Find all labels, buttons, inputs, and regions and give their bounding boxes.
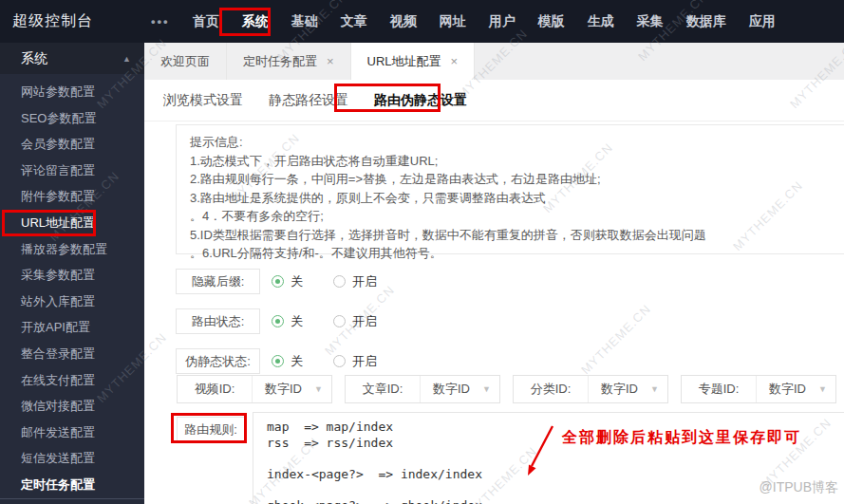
sidebar-item-url-config[interactable]: URL地址配置 xyxy=(0,210,144,236)
tab-cron-config[interactable]: 定时任务配置 × xyxy=(227,43,351,80)
info-line: 5.ID类型根据需要自行选择，选择拼音时，数据中不能有重复的拼音，否则获取数据会… xyxy=(190,226,844,245)
sidebar-item-player-params[interactable]: 播放器参数配置 xyxy=(0,236,144,263)
sidebar-item-wechat-config[interactable]: 微信对接配置 xyxy=(0,393,144,420)
sidebar-item-comment-config[interactable]: 评论留言配置 xyxy=(0,158,144,184)
radio-on[interactable]: 开启 xyxy=(333,273,377,290)
subtab-static-path[interactable]: 静态路径设置 xyxy=(269,92,348,109)
tab-url-label: URL地址配置 xyxy=(367,53,441,70)
sidebar-item-online-payment[interactable]: 在线支付配置 xyxy=(0,367,144,394)
radio-selected-icon xyxy=(272,355,284,367)
sidebar-item-sms-config[interactable]: 短信发送配置 xyxy=(0,445,144,472)
tab-bar-spacer xyxy=(475,43,844,80)
radio-on[interactable]: 开启 xyxy=(333,313,377,330)
select-topic-id[interactable]: 专题ID: 数字ID ▼ xyxy=(681,375,836,403)
tab-url-config[interactable]: URL地址配置 × xyxy=(351,43,476,80)
video-id-value[interactable]: 数字ID ▼ xyxy=(253,376,331,402)
route-rules-textarea[interactable]: map => map/index rss => rss/index index-… xyxy=(253,412,844,504)
select-category-id[interactable]: 分类ID: 数字ID ▼ xyxy=(513,375,668,403)
radio-selected-icon xyxy=(272,275,284,288)
subtab-route-rewrite[interactable]: 路由伪静态设置 xyxy=(374,92,467,109)
route-rules-label: 路由规则: xyxy=(177,417,245,442)
article-id-value[interactable]: 数字ID ▼ xyxy=(421,376,499,402)
sidebar-menu: 网站参数配置 SEO参数配置 会员参数配置 评论留言配置 附件参数配置 URL地… xyxy=(0,79,144,499)
caret-up-icon[interactable]: ▲ xyxy=(122,54,131,64)
topic-id-value[interactable]: 数字ID ▼ xyxy=(757,376,835,402)
info-line: 2.路由规则每行一条，中间用=>替换，左边是路由表达式，右边是路由地址; xyxy=(190,170,844,189)
sidebar: 系统 ▲ 网站参数配置 SEO参数配置 会员参数配置 评论留言配置 附件参数配置… xyxy=(0,43,144,504)
sidebar-item-seo-params[interactable]: SEO参数配置 xyxy=(0,105,144,132)
topic-id-label: 专题ID: xyxy=(682,376,757,402)
tab-welcome[interactable]: 欢迎页面 xyxy=(144,43,227,80)
radio-off-label: 关 xyxy=(291,273,303,290)
route-rules-field: 路由规则: xyxy=(177,417,245,442)
sidebar-item-site-params[interactable]: 网站参数配置 xyxy=(0,79,144,105)
radio-off[interactable]: 关 xyxy=(272,353,303,370)
top-menu-basic[interactable]: 基础 xyxy=(291,13,318,30)
radio-off[interactable]: 关 xyxy=(272,313,303,330)
radio-on-label: 开启 xyxy=(352,273,377,290)
field-hide-suffix: 隐藏后缀: 关 开启 xyxy=(176,269,377,294)
radio-unselected-icon xyxy=(333,355,346,367)
chevron-down-icon: ▼ xyxy=(818,384,827,394)
info-line: 。4．不要有多余的空行; xyxy=(190,207,844,226)
sidebar-item-cron-config[interactable]: 定时任务配置 xyxy=(0,472,144,499)
sidebar-item-member-params[interactable]: 会员参数配置 xyxy=(0,131,144,158)
close-icon[interactable]: × xyxy=(327,54,334,68)
top-menu-database[interactable]: 数据库 xyxy=(686,13,726,30)
radio-on-label: 开启 xyxy=(352,353,377,370)
top-menu-website[interactable]: 网址 xyxy=(440,13,466,30)
info-title: 提示信息: xyxy=(190,133,844,152)
main-area: 欢迎页面 定时任务配置 × URL地址配置 × 浏览模式设置 静态路径设置 路由… xyxy=(144,43,844,504)
select-article-id[interactable]: 文章ID: 数字ID ▼ xyxy=(345,375,500,403)
id-type-selects: 视频ID: 数字ID ▼ 文章ID: 数字ID ▼ 分类ID: 数字ID ▼ 专… xyxy=(177,375,836,403)
sidebar-item-external-storage[interactable]: 站外入库配置 xyxy=(0,289,144,315)
rewrite-status-label: 伪静态状态: xyxy=(176,348,260,374)
selected-option: 数字ID xyxy=(265,381,302,398)
top-menu-user[interactable]: 用户 xyxy=(489,13,516,30)
close-icon[interactable]: × xyxy=(451,54,459,68)
watermark-credit: @ITPUB博客 xyxy=(760,479,838,496)
route-status-label: 路由状态: xyxy=(176,308,260,334)
radio-unselected-icon xyxy=(333,275,346,288)
selected-option: 数字ID xyxy=(433,381,470,398)
top-menu: 首页 系统 基础 文章 视频 网址 用户 模版 生成 采集 数据库 应用 xyxy=(193,13,776,30)
top-menu-article[interactable]: 文章 xyxy=(341,13,367,30)
subtab-browse-mode[interactable]: 浏览模式设置 xyxy=(163,92,243,109)
category-id-label: 分类ID: xyxy=(514,376,589,402)
category-id-value[interactable]: 数字ID ▼ xyxy=(589,376,667,402)
radio-off-label: 关 xyxy=(291,313,303,330)
chevron-down-icon: ▼ xyxy=(650,384,659,394)
field-route-status: 路由状态: 关 开启 xyxy=(176,308,377,334)
subtab-bar: 浏览模式设置 静态路径设置 路由伪静态设置 xyxy=(144,80,844,121)
radio-on-label: 开启 xyxy=(352,313,377,330)
selected-option: 数字ID xyxy=(769,381,806,398)
top-menu-collect[interactable]: 采集 xyxy=(637,13,664,30)
sidebar-item-collect-params[interactable]: 采集参数配置 xyxy=(0,262,144,289)
sidebar-item-email-config[interactable]: 邮件发送配置 xyxy=(0,420,144,446)
field-rewrite-status: 伪静态状态: 关 开启 xyxy=(176,348,377,374)
sidebar-header-label: 系统 xyxy=(21,50,47,67)
top-menu-video[interactable]: 视频 xyxy=(390,13,417,30)
chevron-down-icon: ▼ xyxy=(314,384,323,394)
select-video-id[interactable]: 视频ID: 数字ID ▼ xyxy=(177,375,332,403)
article-id-label: 文章ID: xyxy=(346,376,421,402)
sidebar-item-attachment-params[interactable]: 附件参数配置 xyxy=(0,183,144,210)
radio-off[interactable]: 关 xyxy=(272,273,303,290)
top-menu-app[interactable]: 应用 xyxy=(749,13,776,30)
radio-unselected-icon xyxy=(333,315,346,327)
radio-on[interactable]: 开启 xyxy=(333,353,377,370)
sidebar-item-integrated-login[interactable]: 整合登录配置 xyxy=(0,341,144,367)
radio-selected-icon xyxy=(272,315,284,327)
top-menu-system[interactable]: 系统 xyxy=(242,13,269,30)
tab-bar: 欢迎页面 定时任务配置 × URL地址配置 × xyxy=(144,43,844,80)
more-menu-icon[interactable]: ••• xyxy=(151,14,170,28)
tab-cron-label: 定时任务配置 xyxy=(243,53,317,70)
sidebar-item-open-api[interactable]: 开放API配置 xyxy=(0,314,144,341)
top-menu-template[interactable]: 模版 xyxy=(538,13,565,30)
chevron-down-icon: ▼ xyxy=(482,384,491,394)
tab-welcome-label: 欢迎页面 xyxy=(160,53,210,70)
top-menu-home[interactable]: 首页 xyxy=(193,13,219,30)
video-id-label: 视频ID: xyxy=(178,376,253,402)
sidebar-header-system[interactable]: 系统 ▲ xyxy=(0,43,144,74)
top-menu-generate[interactable]: 生成 xyxy=(588,13,614,30)
